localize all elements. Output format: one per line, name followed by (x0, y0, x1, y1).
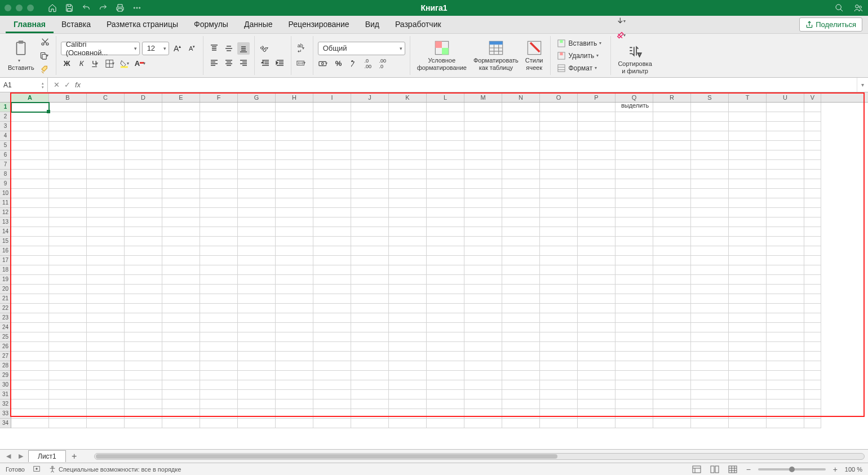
cell-T33[interactable] (729, 409, 767, 419)
cell-G23[interactable] (238, 313, 276, 323)
cell-D19[interactable] (125, 275, 162, 285)
cell-B15[interactable] (49, 237, 87, 246)
cell-E20[interactable] (162, 285, 200, 294)
cell-D23[interactable] (125, 313, 162, 323)
tab-home[interactable]: Главная (6, 16, 54, 33)
cell-I19[interactable] (313, 275, 351, 285)
cell-O24[interactable] (540, 323, 578, 332)
cell-R27[interactable] (653, 352, 691, 361)
cell-Q1[interactable] (615, 103, 653, 112)
cell-U24[interactable] (767, 323, 804, 332)
cell-F21[interactable] (200, 294, 238, 304)
cancel-formula-icon[interactable]: ✕ (54, 81, 60, 89)
cell-K1[interactable] (389, 103, 427, 112)
cell-O8[interactable] (540, 170, 578, 179)
horizontal-scrollbar[interactable] (94, 453, 865, 460)
cell-A23[interactable] (11, 313, 49, 323)
paste-button[interactable]: ▾ Вставить (8, 40, 34, 72)
cell-T25[interactable] (729, 332, 767, 342)
increase-decimal-icon[interactable]: .0.00 (362, 57, 374, 70)
cell-K9[interactable] (389, 179, 427, 189)
row-header-27[interactable]: 27 (0, 352, 11, 361)
cell-U6[interactable] (767, 150, 804, 160)
cell-O30[interactable] (540, 380, 578, 390)
column-header-D[interactable]: D (125, 92, 162, 102)
cell-T2[interactable] (729, 112, 767, 122)
cell-G6[interactable] (238, 150, 276, 160)
cell-P11[interactable] (578, 198, 615, 208)
row-header-22[interactable]: 22 (0, 304, 11, 313)
cell-Q11[interactable] (615, 198, 653, 208)
cell-G3[interactable] (238, 122, 276, 131)
cell-F7[interactable] (200, 160, 238, 170)
cell-B8[interactable] (49, 170, 87, 179)
column-header-U[interactable]: U (767, 92, 804, 102)
cell-S10[interactable] (691, 189, 729, 198)
column-header-C[interactable]: C (87, 92, 125, 102)
cell-M14[interactable] (464, 227, 502, 237)
column-header-E[interactable]: E (162, 92, 200, 102)
cell-S7[interactable] (691, 160, 729, 170)
cell-T14[interactable] (729, 227, 767, 237)
cell-J31[interactable] (351, 390, 389, 399)
cell-T6[interactable] (729, 150, 767, 160)
cell-H8[interactable] (276, 170, 313, 179)
cell-J19[interactable] (351, 275, 389, 285)
cell-U15[interactable] (767, 237, 804, 246)
cell-O25[interactable] (540, 332, 578, 342)
cell-K15[interactable] (389, 237, 427, 246)
cell-N11[interactable] (502, 198, 540, 208)
cell-Q8[interactable] (615, 170, 653, 179)
cell-D21[interactable] (125, 294, 162, 304)
cell-H34[interactable] (276, 419, 313, 428)
cell-L22[interactable] (427, 304, 464, 313)
cell-T23[interactable] (729, 313, 767, 323)
cell-V11[interactable] (804, 198, 821, 208)
cell-B11[interactable] (49, 198, 87, 208)
cell-G2[interactable] (238, 112, 276, 122)
cell-H18[interactable] (276, 265, 313, 275)
cell-N26[interactable] (502, 342, 540, 352)
format-painter-icon[interactable] (39, 64, 51, 76)
cell-K27[interactable] (389, 352, 427, 361)
cell-V26[interactable] (804, 342, 821, 352)
cell-L25[interactable] (427, 332, 464, 342)
cell-E29[interactable] (162, 371, 200, 380)
cell-U2[interactable] (767, 112, 804, 122)
cell-E12[interactable] (162, 208, 200, 217)
cell-E24[interactable] (162, 323, 200, 332)
cell-H33[interactable] (276, 409, 313, 419)
decrease-indent-icon[interactable] (259, 57, 272, 69)
italic-button[interactable]: К (76, 57, 88, 70)
cell-K31[interactable] (389, 390, 427, 399)
currency-icon[interactable]: ▾ (318, 57, 330, 70)
format-as-table-button[interactable]: Форматировать как таблицу (471, 39, 521, 72)
cell-U11[interactable] (767, 198, 804, 208)
cell-T8[interactable] (729, 170, 767, 179)
cell-F22[interactable] (200, 304, 238, 313)
cell-K28[interactable] (389, 361, 427, 371)
row-header-1[interactable]: 1 (0, 103, 11, 112)
cell-H14[interactable] (276, 227, 313, 237)
row-header-20[interactable]: 20 (0, 285, 11, 294)
cell-M31[interactable] (464, 390, 502, 399)
cell-V6[interactable] (804, 150, 821, 160)
cell-K4[interactable] (389, 131, 427, 141)
tab-developer[interactable]: Разработчик (387, 16, 449, 33)
cell-P25[interactable] (578, 332, 615, 342)
cell-R32[interactable] (653, 399, 691, 409)
cell-V16[interactable] (804, 246, 821, 256)
align-center-icon[interactable] (223, 57, 235, 69)
cell-V1[interactable] (804, 103, 821, 112)
cell-S13[interactable] (691, 217, 729, 227)
cell-U14[interactable] (767, 227, 804, 237)
cell-Q7[interactable] (615, 160, 653, 170)
traffic-light-minimize[interactable] (16, 5, 23, 11)
row-header-12[interactable]: 12 (0, 208, 11, 217)
zoom-out-button[interactable]: − (745, 465, 752, 474)
cell-J28[interactable] (351, 361, 389, 371)
cell-B28[interactable] (49, 361, 87, 371)
cell-F6[interactable] (200, 150, 238, 160)
cell-I15[interactable] (313, 237, 351, 246)
cell-J8[interactable] (351, 170, 389, 179)
